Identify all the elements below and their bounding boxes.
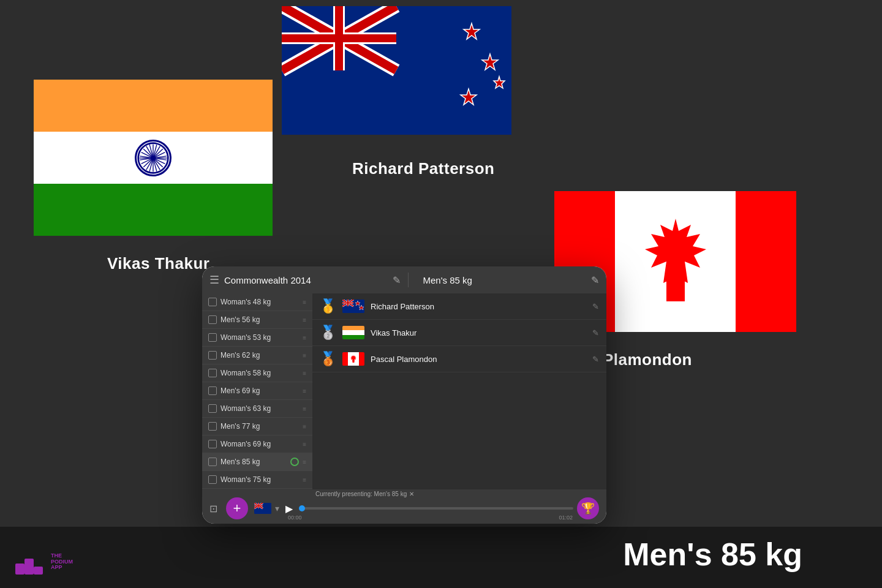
canada-mid — [615, 191, 736, 332]
list-item-mens-77[interactable]: Men's 77 kg ≡ — [202, 418, 312, 435]
checkbox[interactable] — [208, 298, 217, 306]
gold-medal-icon: 🥇 — [320, 298, 336, 314]
india-stripe-bot — [34, 184, 273, 236]
checkbox[interactable] — [208, 369, 217, 377]
athlete-name-vikas: Vikas Thakur — [107, 254, 209, 273]
svg-rect-41 — [24, 559, 34, 575]
list-item-womens-58[interactable]: Woman's 58 kg ≡ — [202, 364, 312, 382]
maple-leaf-svg — [639, 216, 712, 307]
footer-controls: ⊡ + ▾ ▶ — [209, 497, 599, 519]
svg-rect-51 — [347, 300, 349, 306]
drag-handle[interactable]: ≡ — [303, 477, 306, 483]
time-end: 01:02 — [559, 514, 573, 521]
list-item-womens-53[interactable]: Woman's 53 kg ≡ — [202, 329, 312, 347]
flag-india — [34, 80, 273, 236]
list-item-label: Woman's 63 kg — [221, 404, 299, 413]
list-item-mens-85[interactable]: Men's 85 kg ≡ — [202, 453, 312, 471]
drag-handle[interactable]: ≡ — [303, 299, 306, 306]
list-item-label: Men's 62 kg — [221, 351, 299, 360]
ashoka-chakra — [135, 140, 172, 176]
tablet-header: ☰ Commonwealth 2014 ✎ Men's 85 kg ✎ — [202, 266, 606, 293]
svg-line-15 — [149, 158, 153, 172]
tablet-body: Woman's 48 kg ≡ Men's 56 kg ≡ Woman's 53… — [202, 293, 606, 489]
nz-flag-svg — [282, 6, 511, 135]
event-edit-icon[interactable]: ✎ — [393, 274, 401, 286]
athlete-name-vikas-row: Vikas Thakur — [371, 328, 586, 337]
checkbox[interactable] — [208, 386, 217, 395]
athlete-name-richard: Richard Patterson — [352, 159, 494, 178]
svg-rect-34 — [335, 6, 343, 70]
flag-dropdown-arrow[interactable]: ▾ — [275, 503, 279, 513]
list-item-womens-63[interactable]: Woman's 63 kg ≡ — [202, 400, 312, 418]
play-button[interactable]: ▶ — [285, 503, 293, 514]
progress-indicator — [299, 505, 305, 511]
result-edit-icon[interactable]: ✎ — [592, 355, 599, 364]
list-item-mens-69[interactable]: Men's 69 kg ≡ — [202, 382, 312, 400]
list-item-womens-75[interactable]: Woman's 75 kg ≡ — [202, 471, 312, 489]
category-list-panel: Woman's 48 kg ≡ Men's 56 kg ≡ Woman's 53… — [202, 293, 312, 489]
list-item-womens-48[interactable]: Woman's 48 kg ≡ — [202, 293, 312, 311]
drag-handle[interactable]: ≡ — [303, 370, 306, 377]
screen-icon[interactable]: ⊡ — [209, 503, 217, 514]
drag-handle[interactable]: ≡ — [303, 405, 306, 412]
checkbox[interactable] — [208, 315, 217, 324]
athlete-name-richard-row: Richard Patterson — [371, 302, 586, 311]
time-start: 00:00 — [288, 514, 302, 521]
tablet-device: ☰ Commonwealth 2014 ✎ Men's 85 kg ✎ Woma… — [202, 266, 606, 524]
nz-mini-flag — [342, 300, 364, 313]
result-row-bronze: 🥉 Pascal Plamondon ✎ — [312, 346, 606, 372]
flag-nz — [282, 6, 511, 135]
footer-flag-nz — [254, 503, 271, 514]
list-item-label: Woman's 75 kg — [221, 475, 299, 484]
silver-medal-icon: 🥈 — [320, 325, 336, 341]
drag-handle[interactable]: ≡ — [303, 441, 306, 448]
checkbox[interactable] — [208, 351, 217, 360]
flag-mini-india — [342, 326, 364, 339]
drag-handle[interactable]: ≡ — [303, 317, 306, 323]
logo-text: THE PODIUM APP — [51, 553, 73, 571]
list-item-womens-69[interactable]: Woman's 69 kg ≡ — [202, 435, 312, 453]
results-panel: 🥇 Richar — [312, 293, 606, 489]
active-indicator — [290, 458, 299, 466]
svg-rect-63 — [258, 503, 259, 508]
canada-right-stripe — [736, 191, 796, 332]
can-right — [359, 352, 364, 366]
list-item-label: Woman's 48 kg — [221, 298, 299, 306]
progress-bar[interactable] — [299, 507, 573, 510]
podium-icon — [12, 545, 46, 579]
drag-handle[interactable]: ≡ — [303, 334, 306, 341]
trophy-button[interactable]: 🏆 — [577, 497, 599, 519]
result-row-gold: 🥇 Richar — [312, 293, 606, 320]
svg-point-1 — [151, 156, 155, 160]
result-row-silver: 🥈 Vikas Thakur ✎ — [312, 320, 606, 346]
checkbox[interactable] — [208, 404, 217, 413]
drag-handle[interactable]: ≡ — [303, 459, 306, 466]
result-edit-icon[interactable]: ✎ — [592, 328, 599, 337]
presenting-close[interactable]: ✕ — [409, 491, 414, 497]
maple-leaf-mini — [350, 355, 357, 363]
svg-rect-40 — [15, 564, 24, 575]
checkbox[interactable] — [208, 475, 217, 484]
bronze-medal-icon: 🥉 — [320, 351, 336, 367]
checkbox[interactable] — [208, 458, 217, 466]
list-item-mens-62[interactable]: Men's 62 kg ≡ — [202, 347, 312, 364]
drag-handle[interactable]: ≡ — [303, 388, 306, 394]
drag-handle[interactable]: ≡ — [303, 423, 306, 430]
menu-icon[interactable]: ☰ — [209, 273, 219, 287]
chakra-svg — [137, 140, 170, 176]
drag-handle[interactable]: ≡ — [303, 352, 306, 359]
list-item-mens-56[interactable]: Men's 56 kg ≡ — [202, 311, 312, 329]
category-edit-icon[interactable]: ✎ — [591, 274, 599, 286]
list-item-label: Men's 69 kg — [221, 386, 299, 395]
list-item-label: Woman's 69 kg — [221, 440, 299, 448]
flag-mini-canada — [342, 352, 364, 366]
flag-mini-nz — [342, 300, 364, 313]
checkbox[interactable] — [208, 333, 217, 342]
add-button[interactable]: + — [226, 497, 248, 519]
podium-logo: THE PODIUM APP — [12, 545, 73, 579]
checkbox[interactable] — [208, 440, 217, 448]
result-edit-icon[interactable]: ✎ — [592, 302, 599, 311]
checkbox[interactable] — [208, 422, 217, 431]
presenting-text: Currently presenting: Men's 85 kg — [315, 491, 407, 497]
list-item-label: Men's 85 kg — [221, 458, 287, 466]
